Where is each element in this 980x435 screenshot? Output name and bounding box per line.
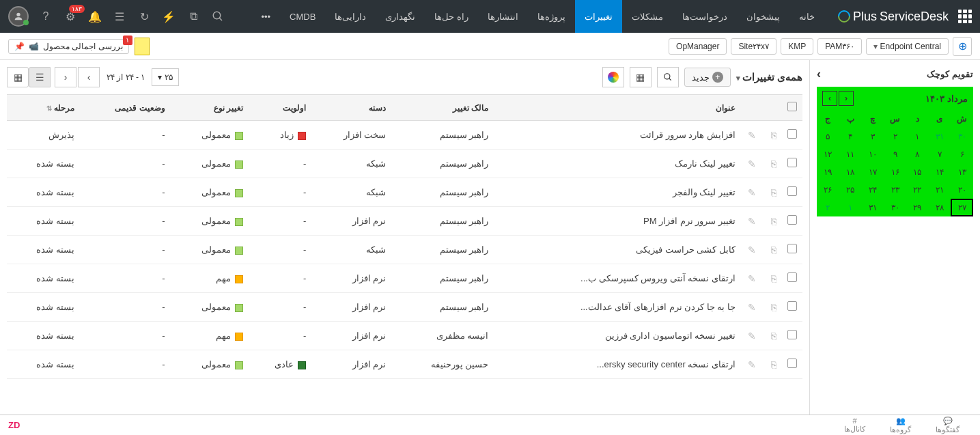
col-category[interactable]: دسته — [311, 95, 391, 121]
cal-day[interactable]: ۱۹ — [817, 163, 839, 181]
cal-day[interactable]: ۸ — [906, 145, 929, 163]
table-row[interactable]: ⎘ ✎ کابل کشی حراست فیزیکی راهبر سیستم شب… — [7, 236, 802, 264]
nav-home[interactable]: خانه — [789, 0, 824, 33]
edit-icon[interactable]: ✎ — [748, 244, 756, 255]
col-title[interactable]: عنوان — [494, 95, 741, 121]
chip-pam[interactable]: PAM۳۶۰ — [817, 38, 862, 55]
edit-icon[interactable]: ✎ — [748, 216, 756, 227]
edit-icon[interactable]: ✎ — [748, 359, 756, 370]
filter-dropdown[interactable]: همه‌ی تغییرات — [736, 71, 802, 83]
color-wheel-icon[interactable] — [602, 67, 624, 87]
cal-day[interactable]: ۳۰ — [951, 128, 973, 145]
row-checkbox[interactable] — [787, 359, 797, 368]
row-checkbox[interactable] — [787, 129, 797, 139]
cal-day[interactable]: ۲ — [817, 199, 839, 216]
cal-next-icon[interactable]: › — [822, 91, 837, 106]
page-prev-icon[interactable]: › — [78, 67, 100, 87]
page-next-icon[interactable]: ‹ — [55, 67, 76, 87]
cal-day[interactable]: ۱۴ — [929, 163, 951, 181]
table-row[interactable]: ⎘ ✎ تغییر لینک والفجر راهبر سیستم شبکه -… — [7, 178, 802, 207]
cal-day[interactable]: ۱۰ — [861, 145, 884, 163]
notes-icon[interactable]: ☰ — [112, 9, 127, 24]
col-oldstatus[interactable]: وضعیت قدیمی — [80, 95, 171, 121]
nav-solutions[interactable]: راه حل‌ها — [425, 0, 478, 33]
add-integration-icon[interactable]: ⊕ — [953, 37, 972, 56]
select-all-checkbox[interactable] — [787, 102, 797, 111]
row-checkbox[interactable] — [787, 272, 797, 282]
nav-releases[interactable]: انتشارها — [478, 0, 528, 33]
cal-day[interactable]: ۳۱ — [861, 199, 884, 216]
row-checkbox[interactable] — [787, 330, 797, 339]
cal-day[interactable]: ۱ — [906, 128, 929, 145]
cal-day[interactable]: ۵ — [817, 128, 839, 145]
edit-icon[interactable]: ✎ — [748, 331, 756, 341]
chip-site[interactable]: Site۲۴x۷ — [731, 38, 776, 55]
avatar[interactable] — [8, 6, 29, 27]
bolt-icon[interactable]: ⚡ — [161, 9, 176, 24]
nav-maintenance[interactable]: نگهداری — [376, 0, 425, 33]
table-row[interactable]: ⎘ ✎ تغییر نسخه اتوماسیون اداری فرزین انی… — [7, 322, 802, 350]
cal-day[interactable]: ۲۳ — [884, 181, 906, 199]
foot-groups[interactable]: 👥گروه‌ها — [878, 417, 923, 434]
col-priority[interactable]: اولویت — [249, 95, 311, 121]
row-checkbox[interactable] — [787, 244, 797, 253]
template-icon[interactable]: ⎘ — [771, 331, 776, 341]
cal-day[interactable]: ۴ — [839, 128, 862, 145]
foot-chats[interactable]: 💬گفتگوها — [923, 417, 972, 434]
edit-icon[interactable]: ✎ — [748, 273, 756, 284]
new-button[interactable]: +جدید — [684, 68, 731, 87]
cal-day[interactable]: ۳۱ — [929, 128, 951, 145]
cal-day[interactable]: ۷ — [929, 145, 951, 163]
cal-day[interactable]: ۱۱ — [839, 145, 862, 163]
cal-day[interactable]: ۲۱ — [929, 181, 951, 199]
cal-day[interactable]: ۲۹ — [906, 199, 929, 216]
table-row[interactable]: ⎘ ✎ جا به جا کردن نرم افزارهای آقای عدال… — [7, 293, 802, 322]
cal-day[interactable]: ۱ — [839, 199, 862, 216]
list-view-icon[interactable]: ☰ — [29, 67, 51, 87]
app-grid-icon[interactable] — [958, 10, 972, 23]
nav-assets[interactable]: دارایی‌ها — [325, 0, 376, 33]
cal-day[interactable]: ۲۸ — [929, 199, 951, 216]
cal-day[interactable]: ۱۳ — [951, 163, 973, 181]
chip-opmanager[interactable]: OpManager — [669, 38, 727, 55]
search-icon[interactable] — [210, 9, 225, 24]
search-table-icon[interactable] — [657, 67, 679, 87]
cal-day[interactable]: ۲۶ — [817, 181, 839, 199]
cal-day[interactable]: ۹ — [884, 145, 906, 163]
cal-day[interactable]: ۲۵ — [839, 181, 862, 199]
row-checkbox[interactable] — [787, 215, 797, 225]
edit-icon[interactable]: ✎ — [748, 302, 756, 313]
cal-day[interactable]: ۱۸ — [839, 163, 862, 181]
cal-day[interactable]: ۱۶ — [884, 163, 906, 181]
edit-icon[interactable]: ✎ — [748, 158, 756, 169]
table-row[interactable]: ⎘ ✎ افزایش هارد سرور قرائت راهبر سیستم س… — [7, 121, 802, 150]
cal-day[interactable]: ۳ — [861, 128, 884, 145]
cal-day[interactable]: ۲۷ — [951, 199, 973, 216]
gear-icon[interactable]: ⚙۱۸۳ — [63, 9, 78, 24]
nav-requests[interactable]: درخواست‌ها — [673, 0, 737, 33]
chip-endpoint[interactable]: Endpoint Central — [866, 38, 949, 55]
foot-channels[interactable]: #کانال‌ها — [832, 417, 878, 434]
template-icon[interactable]: ⎘ — [771, 273, 776, 284]
cal-prev-icon[interactable]: ‹ — [839, 91, 854, 106]
nav-changes[interactable]: تغییرات — [575, 0, 622, 33]
template-icon[interactable]: ⎘ — [771, 158, 776, 169]
nav-dashboard[interactable]: پیشخوان — [737, 0, 789, 33]
col-owner[interactable]: مالک تغییر — [391, 95, 494, 121]
cal-day[interactable]: ۱۵ — [906, 163, 929, 181]
collapse-sidebar-icon[interactable]: › — [817, 67, 821, 81]
cal-day[interactable]: ۲۰ — [951, 181, 973, 199]
cal-day[interactable]: ۲۲ — [906, 181, 929, 199]
chip-kmp[interactable]: KMP — [781, 38, 813, 55]
history-icon[interactable]: ↻ — [137, 9, 152, 24]
nav-projects[interactable]: پروژه‌ها — [528, 0, 575, 33]
template-icon[interactable]: ⎘ — [771, 216, 776, 227]
table-row[interactable]: ⎘ ✎ تغییر سرور نرم افزار PM راهبر سیستم … — [7, 207, 802, 236]
cal-day[interactable]: ۲ — [884, 128, 906, 145]
row-checkbox[interactable] — [787, 158, 797, 167]
page-size-select[interactable]: ۲۵ ▾ — [152, 68, 178, 86]
plugin-icon[interactable]: ⧉ — [186, 9, 201, 24]
row-checkbox[interactable] — [787, 301, 797, 311]
template-icon[interactable]: ⎘ — [771, 302, 776, 313]
help-icon[interactable]: ? — [38, 9, 53, 24]
